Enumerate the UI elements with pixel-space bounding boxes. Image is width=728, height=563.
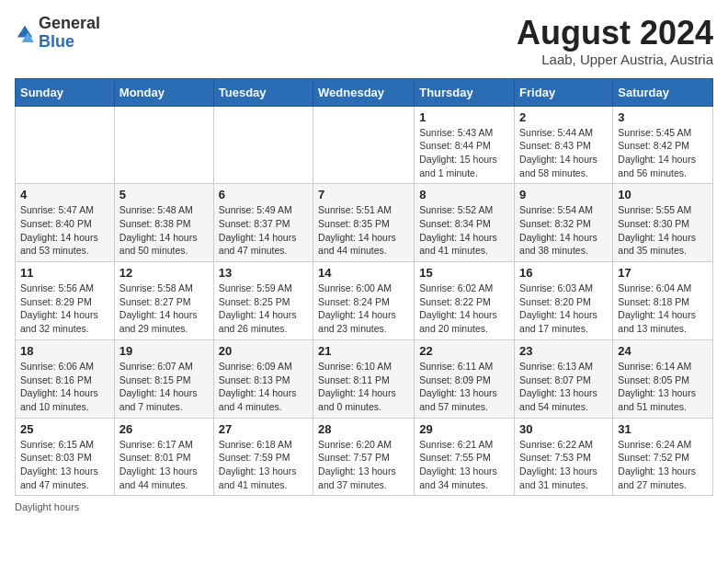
footer-note: Daylight hours bbox=[15, 501, 713, 512]
calendar-cell: 9Sunrise: 5:54 AM Sunset: 8:32 PM Daylig… bbox=[515, 184, 613, 262]
day-info: Sunrise: 5:49 AM Sunset: 8:37 PM Dayligh… bbox=[219, 203, 308, 258]
day-number: 11 bbox=[20, 266, 109, 280]
day-info: Sunrise: 6:24 AM Sunset: 7:52 PM Dayligh… bbox=[618, 438, 708, 492]
day-number: 9 bbox=[519, 188, 608, 201]
calendar-day-header: Wednesday bbox=[313, 78, 415, 106]
day-info: Sunrise: 6:14 AM Sunset: 8:05 PM Dayligh… bbox=[618, 360, 708, 414]
svg-marker-0 bbox=[17, 26, 33, 38]
day-info: Sunrise: 6:02 AM Sunset: 8:22 PM Dayligh… bbox=[419, 282, 509, 336]
day-info: Sunrise: 6:17 AM Sunset: 8:01 PM Dayligh… bbox=[119, 438, 209, 492]
calendar-cell: 22Sunrise: 6:11 AM Sunset: 8:09 PM Dayli… bbox=[415, 339, 515, 418]
day-info: Sunrise: 6:03 AM Sunset: 8:20 PM Dayligh… bbox=[519, 282, 608, 336]
day-info: Sunrise: 6:09 AM Sunset: 8:13 PM Dayligh… bbox=[219, 360, 308, 414]
logo: General Blue bbox=[15, 15, 100, 52]
day-info: Sunrise: 5:58 AM Sunset: 8:27 PM Dayligh… bbox=[119, 282, 209, 336]
calendar-cell: 24Sunrise: 6:14 AM Sunset: 8:05 PM Dayli… bbox=[613, 339, 713, 418]
day-number: 4 bbox=[20, 188, 109, 201]
calendar-cell: 28Sunrise: 6:20 AM Sunset: 7:57 PM Dayli… bbox=[313, 418, 415, 496]
day-info: Sunrise: 5:59 AM Sunset: 8:25 PM Dayligh… bbox=[219, 282, 308, 336]
day-number: 29 bbox=[419, 422, 509, 436]
calendar-cell: 11Sunrise: 5:56 AM Sunset: 8:29 PM Dayli… bbox=[16, 262, 115, 340]
day-info: Sunrise: 6:10 AM Sunset: 8:11 PM Dayligh… bbox=[318, 360, 409, 414]
day-info: Sunrise: 6:00 AM Sunset: 8:24 PM Dayligh… bbox=[318, 282, 409, 336]
calendar-cell: 31Sunrise: 6:24 AM Sunset: 7:52 PM Dayli… bbox=[613, 418, 713, 496]
day-info: Sunrise: 6:21 AM Sunset: 7:55 PM Dayligh… bbox=[419, 438, 509, 492]
day-number: 31 bbox=[618, 422, 708, 436]
day-number: 25 bbox=[20, 422, 109, 436]
day-number: 22 bbox=[419, 344, 509, 358]
calendar-cell: 12Sunrise: 5:58 AM Sunset: 8:27 PM Dayli… bbox=[114, 262, 213, 340]
calendar-day-header: Sunday bbox=[16, 78, 115, 106]
calendar-cell: 1Sunrise: 5:43 AM Sunset: 8:44 PM Daylig… bbox=[415, 106, 515, 184]
day-number: 17 bbox=[618, 266, 708, 280]
day-info: Sunrise: 5:55 AM Sunset: 8:30 PM Dayligh… bbox=[618, 203, 708, 258]
day-info: Sunrise: 5:43 AM Sunset: 8:44 PM Dayligh… bbox=[419, 126, 509, 180]
calendar-cell bbox=[213, 106, 313, 184]
day-number: 8 bbox=[419, 188, 509, 201]
day-number: 21 bbox=[318, 344, 409, 358]
calendar-cell: 10Sunrise: 5:55 AM Sunset: 8:30 PM Dayli… bbox=[613, 184, 713, 262]
calendar-cell: 29Sunrise: 6:21 AM Sunset: 7:55 PM Dayli… bbox=[415, 418, 515, 496]
day-number: 20 bbox=[219, 344, 308, 358]
calendar-cell: 27Sunrise: 6:18 AM Sunset: 7:59 PM Dayli… bbox=[213, 418, 313, 496]
day-number: 2 bbox=[519, 110, 608, 124]
day-info: Sunrise: 5:51 AM Sunset: 8:35 PM Dayligh… bbox=[318, 203, 409, 258]
title-area: August 2024 Laab, Upper Austria, Austria bbox=[517, 15, 713, 67]
calendar-cell: 26Sunrise: 6:17 AM Sunset: 8:01 PM Dayli… bbox=[114, 418, 213, 496]
logo-blue: Blue bbox=[39, 33, 100, 52]
day-number: 14 bbox=[318, 266, 409, 280]
day-info: Sunrise: 5:52 AM Sunset: 8:34 PM Dayligh… bbox=[419, 203, 509, 258]
calendar-cell: 15Sunrise: 6:02 AM Sunset: 8:22 PM Dayli… bbox=[415, 262, 515, 340]
calendar-cell: 5Sunrise: 5:48 AM Sunset: 8:38 PM Daylig… bbox=[114, 184, 213, 262]
month-title: August 2024 bbox=[517, 15, 713, 52]
day-number: 10 bbox=[618, 188, 708, 201]
day-info: Sunrise: 6:04 AM Sunset: 8:18 PM Dayligh… bbox=[618, 282, 708, 336]
day-info: Sunrise: 6:11 AM Sunset: 8:09 PM Dayligh… bbox=[419, 360, 509, 414]
day-number: 7 bbox=[318, 188, 409, 201]
day-number: 6 bbox=[219, 188, 308, 201]
calendar-cell: 8Sunrise: 5:52 AM Sunset: 8:34 PM Daylig… bbox=[415, 184, 515, 262]
header: General Blue August 2024 Laab, Upper Aus… bbox=[15, 15, 713, 67]
calendar-cell: 17Sunrise: 6:04 AM Sunset: 8:18 PM Dayli… bbox=[613, 262, 713, 340]
calendar-week-row: 25Sunrise: 6:15 AM Sunset: 8:03 PM Dayli… bbox=[16, 418, 713, 496]
day-info: Sunrise: 6:13 AM Sunset: 8:07 PM Dayligh… bbox=[519, 360, 608, 414]
calendar-cell: 7Sunrise: 5:51 AM Sunset: 8:35 PM Daylig… bbox=[313, 184, 415, 262]
day-info: Sunrise: 5:54 AM Sunset: 8:32 PM Dayligh… bbox=[519, 203, 608, 258]
calendar-cell: 3Sunrise: 5:45 AM Sunset: 8:42 PM Daylig… bbox=[613, 106, 713, 184]
logo-icon bbox=[15, 23, 35, 43]
calendar-cell: 23Sunrise: 6:13 AM Sunset: 8:07 PM Dayli… bbox=[515, 339, 613, 418]
day-number: 28 bbox=[318, 422, 409, 436]
day-number: 16 bbox=[519, 266, 608, 280]
calendar-day-header: Friday bbox=[515, 78, 613, 106]
day-info: Sunrise: 6:07 AM Sunset: 8:15 PM Dayligh… bbox=[119, 360, 209, 414]
calendar-cell bbox=[313, 106, 415, 184]
day-info: Sunrise: 5:56 AM Sunset: 8:29 PM Dayligh… bbox=[20, 282, 109, 336]
calendar-cell: 30Sunrise: 6:22 AM Sunset: 7:53 PM Dayli… bbox=[515, 418, 613, 496]
calendar-header-row: SundayMondayTuesdayWednesdayThursdayFrid… bbox=[16, 78, 713, 106]
day-number: 27 bbox=[219, 422, 308, 436]
calendar-cell bbox=[16, 106, 115, 184]
day-number: 12 bbox=[119, 266, 209, 280]
logo-general: General bbox=[39, 15, 100, 33]
day-number: 13 bbox=[219, 266, 308, 280]
calendar-cell: 16Sunrise: 6:03 AM Sunset: 8:20 PM Dayli… bbox=[515, 262, 613, 340]
calendar-cell: 25Sunrise: 6:15 AM Sunset: 8:03 PM Dayli… bbox=[16, 418, 115, 496]
day-number: 18 bbox=[20, 344, 109, 358]
calendar-cell: 4Sunrise: 5:47 AM Sunset: 8:40 PM Daylig… bbox=[16, 184, 115, 262]
calendar-week-row: 1Sunrise: 5:43 AM Sunset: 8:44 PM Daylig… bbox=[16, 106, 713, 184]
calendar-day-header: Thursday bbox=[415, 78, 515, 106]
day-info: Sunrise: 6:06 AM Sunset: 8:16 PM Dayligh… bbox=[20, 360, 109, 414]
day-number: 19 bbox=[119, 344, 209, 358]
calendar: SundayMondayTuesdayWednesdayThursdayFrid… bbox=[15, 78, 713, 497]
calendar-cell: 18Sunrise: 6:06 AM Sunset: 8:16 PM Dayli… bbox=[16, 339, 115, 418]
day-info: Sunrise: 6:15 AM Sunset: 8:03 PM Dayligh… bbox=[20, 438, 109, 492]
day-number: 26 bbox=[119, 422, 209, 436]
day-number: 23 bbox=[519, 344, 608, 358]
calendar-week-row: 11Sunrise: 5:56 AM Sunset: 8:29 PM Dayli… bbox=[16, 262, 713, 340]
calendar-cell: 13Sunrise: 5:59 AM Sunset: 8:25 PM Dayli… bbox=[213, 262, 313, 340]
calendar-cell: 20Sunrise: 6:09 AM Sunset: 8:13 PM Dayli… bbox=[213, 339, 313, 418]
calendar-day-header: Tuesday bbox=[213, 78, 313, 106]
calendar-cell: 2Sunrise: 5:44 AM Sunset: 8:43 PM Daylig… bbox=[515, 106, 613, 184]
day-info: Sunrise: 6:20 AM Sunset: 7:57 PM Dayligh… bbox=[318, 438, 409, 492]
day-number: 15 bbox=[419, 266, 509, 280]
